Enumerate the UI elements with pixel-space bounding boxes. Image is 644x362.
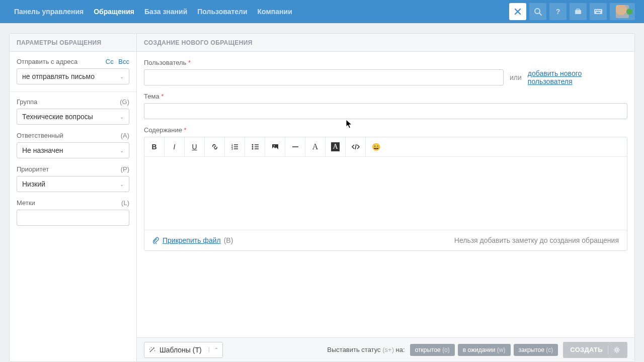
add-user-link[interactable]: добавить нового пользователя xyxy=(528,69,627,85)
font-color-button[interactable]: A xyxy=(305,137,326,156)
status-online-dot xyxy=(626,9,632,15)
chevron-up-icon: ⌃ xyxy=(209,347,218,352)
hr-button[interactable] xyxy=(285,137,305,156)
cc-link[interactable]: Cc xyxy=(106,58,114,65)
subject-input[interactable] xyxy=(144,103,627,119)
group-label: Группа xyxy=(17,98,37,106)
tags-label: Метки xyxy=(17,199,35,207)
main-panel: СОЗДАНИЕ НОВОГО ОБРАЩЕНИЯ Пользователь *… xyxy=(137,33,635,362)
priority-label: Приоритет xyxy=(17,165,49,173)
nav-item-3[interactable]: Пользователи xyxy=(192,0,252,23)
send-from-select[interactable]: не отправлять письмо ⌄ xyxy=(17,68,129,84)
svg-point-13 xyxy=(252,144,253,146)
status-chip-0[interactable]: открытое (o) xyxy=(410,344,455,356)
gear-icon xyxy=(613,346,620,353)
params-sidebar: ПАРАМЕТРЫ ОБРАЩЕНИЯ Отправить с адреса C… xyxy=(9,33,137,362)
wand-icon xyxy=(148,346,155,353)
editor-toolbar: B I U 123 A A 😄 xyxy=(144,137,627,157)
svg-rect-5 xyxy=(595,10,596,11)
svg-rect-9 xyxy=(596,12,600,13)
main-header: СОЗДАНИЕ НОВОГО ОБРАЩЕНИЯ xyxy=(137,34,634,52)
svg-rect-8 xyxy=(600,10,601,11)
keyboard-icon[interactable] xyxy=(590,3,607,20)
italic-button[interactable]: I xyxy=(165,137,185,156)
paperclip-icon xyxy=(152,237,159,244)
image-button[interactable] xyxy=(265,137,285,156)
svg-rect-3 xyxy=(577,9,580,11)
nav-item-2[interactable]: База знаний xyxy=(139,0,192,23)
help-icon[interactable]: ? xyxy=(549,3,567,20)
svg-rect-7 xyxy=(598,10,599,11)
briefcase-icon[interactable] xyxy=(570,3,587,20)
group-select[interactable]: Технические вопросы ⌄ xyxy=(17,109,129,125)
user-label: Пользователь xyxy=(144,59,186,66)
nav-item-4[interactable]: Компании xyxy=(253,0,297,23)
code-button[interactable] xyxy=(346,137,366,156)
chevron-down-icon: ⌄ xyxy=(120,182,124,187)
bg-color-button[interactable]: A xyxy=(326,137,346,156)
svg-point-14 xyxy=(252,146,253,148)
priority-select[interactable]: Низкий ⌄ xyxy=(17,176,129,192)
chevron-down-icon: ⌄ xyxy=(120,114,124,120)
tags-input[interactable] xyxy=(17,210,129,226)
emoji-button[interactable]: 😄 xyxy=(366,137,386,156)
agent-select[interactable]: Не назначен ⌄ xyxy=(17,142,129,158)
status-chip-1[interactable]: в ожидании (w) xyxy=(458,344,511,356)
user-avatar[interactable] xyxy=(610,3,635,20)
attach-file-link[interactable]: Прикрепить файл (В) xyxy=(152,236,233,244)
content-label: Содержание xyxy=(144,126,182,134)
close-icon[interactable] xyxy=(509,3,526,20)
editor-body[interactable] xyxy=(144,157,627,230)
content-editor: B I U 123 A A 😄 xyxy=(144,137,627,251)
svg-text:?: ? xyxy=(556,8,560,16)
bcc-link[interactable]: Bcc xyxy=(118,58,129,65)
search-icon[interactable] xyxy=(529,3,546,20)
user-input[interactable] xyxy=(144,69,504,85)
svg-point-18 xyxy=(616,348,618,351)
link-button[interactable] xyxy=(205,137,225,156)
status-prefix: Выставить статус (s+) на: xyxy=(327,346,405,353)
top-nav: Панель управленияОбращенияБаза знанийПол… xyxy=(0,0,644,23)
nav-item-1[interactable]: Обращения xyxy=(89,0,139,23)
svg-point-15 xyxy=(252,148,253,150)
create-button[interactable]: СОЗДАТЬ xyxy=(563,342,627,358)
chevron-down-icon: ⌄ xyxy=(120,74,124,79)
nav-item-0[interactable]: Панель управления xyxy=(9,0,89,23)
subject-label: Тема xyxy=(144,93,159,100)
or-text: или xyxy=(510,73,522,81)
underline-button[interactable]: U xyxy=(185,137,205,156)
svg-rect-4 xyxy=(594,9,602,14)
chevron-down-icon: ⌄ xyxy=(120,148,124,153)
svg-text:3: 3 xyxy=(231,147,233,150)
note-disabled-text: Нельзя добавить заметку до создания обра… xyxy=(454,236,619,244)
agent-label: Ответственный xyxy=(17,132,63,139)
bottom-bar: Шаблоны (T) ⌃ Выставить статус (s+) на: … xyxy=(137,337,634,361)
sidebar-header: ПАРАМЕТРЫ ОБРАЩЕНИЯ xyxy=(10,34,136,52)
bold-button[interactable]: B xyxy=(144,137,165,156)
templates-button[interactable]: Шаблоны (T) ⌃ xyxy=(144,342,223,358)
status-chip-2[interactable]: закрытое (c) xyxy=(514,344,558,356)
svg-point-17 xyxy=(274,145,275,146)
svg-rect-6 xyxy=(597,10,598,11)
send-from-label: Отправить с адреса xyxy=(17,58,77,65)
unordered-list-button[interactable] xyxy=(245,137,265,156)
ordered-list-button[interactable]: 123 xyxy=(225,137,245,156)
